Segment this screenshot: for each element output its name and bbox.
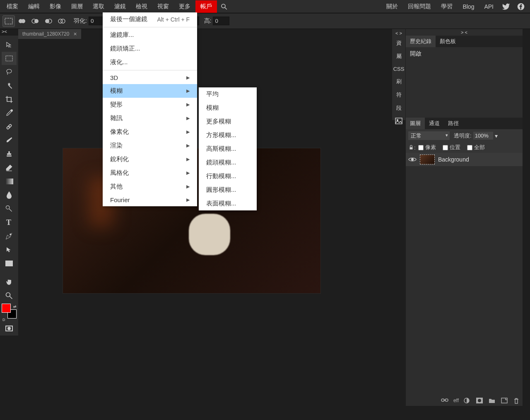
color-swatch[interactable]: ⇄ D xyxy=(2,304,17,322)
lasso-tool-icon[interactable] xyxy=(2,65,17,79)
height-input[interactable] xyxy=(213,17,229,25)
menu-filter[interactable]: 濾鏡 xyxy=(109,0,131,13)
swap-colors-icon[interactable]: ⇄ xyxy=(13,304,17,309)
gradient-tool-icon[interactable] xyxy=(2,175,17,188)
menu-file[interactable]: 檔案 xyxy=(2,0,23,13)
blur-blur[interactable]: 模糊 xyxy=(199,101,257,115)
filter-last[interactable]: 最後一個濾鏡 Alt + Ctrl + F xyxy=(103,12,197,26)
filter-pixelate[interactable]: 像素化▶ xyxy=(103,125,197,139)
layer-row[interactable]: Background xyxy=(406,153,523,166)
blur-radial[interactable]: 圓形模糊... xyxy=(199,183,257,197)
expand-arrows-icon[interactable]: < > xyxy=(395,30,403,36)
trash-icon[interactable] xyxy=(513,398,521,404)
filter-noise[interactable]: 雜訊▶ xyxy=(103,111,197,125)
blur-average[interactable]: 平均 xyxy=(199,87,257,101)
sel-mode1-icon[interactable] xyxy=(16,15,28,27)
lock-pixels[interactable]: 像素 xyxy=(418,144,436,151)
blur-motion[interactable]: 行動模糊... xyxy=(199,169,257,183)
document-tab[interactable]: thumbnail_1280X720 × xyxy=(18,29,81,39)
rstrip-info[interactable]: 資 xyxy=(395,36,402,50)
tab-layers[interactable]: 圖層 xyxy=(406,118,425,129)
new-layer-icon[interactable] xyxy=(501,398,508,404)
blur-surface[interactable]: 表面模糊... xyxy=(199,197,257,210)
rstrip-brush[interactable]: 刷 xyxy=(395,75,402,88)
blend-mode-select[interactable]: 正常 xyxy=(408,131,450,140)
move-tool-icon[interactable]: + xyxy=(2,38,17,51)
filter-stylize[interactable]: 風格化▶ xyxy=(103,166,197,180)
history-item[interactable]: 開啟 xyxy=(409,49,519,59)
marquee-tool-icon[interactable] xyxy=(2,52,17,65)
rstrip-css[interactable]: CSS xyxy=(393,63,405,75)
mask-icon[interactable] xyxy=(476,398,484,404)
menu-account[interactable]: 帳戶 xyxy=(195,0,217,13)
filter-blur[interactable]: 模糊▶ xyxy=(103,84,197,98)
menu-api[interactable]: API xyxy=(479,1,499,12)
sel-mode4-icon[interactable] xyxy=(55,15,68,27)
opacity-input[interactable] xyxy=(473,132,493,140)
tab-paths[interactable]: 路徑 xyxy=(444,118,463,129)
blur-lens[interactable]: 鏡頭模糊... xyxy=(199,156,257,169)
adjust-icon[interactable] xyxy=(464,398,471,404)
text-tool-icon[interactable]: T xyxy=(2,216,17,229)
sel-mode2-icon[interactable] xyxy=(29,15,41,27)
sel-rect-icon[interactable] xyxy=(2,15,15,27)
heal-tool-icon[interactable] xyxy=(2,120,17,133)
menu-edit[interactable]: 編輯 xyxy=(23,0,45,13)
layer-thumbnail[interactable] xyxy=(420,154,435,164)
filter-lens[interactable]: 鏡頭矯正... xyxy=(103,42,197,56)
blur-gaussian[interactable]: 高斯模糊... xyxy=(199,142,257,156)
layer-name[interactable]: Background xyxy=(438,156,469,163)
shape-tool-icon[interactable] xyxy=(2,257,17,270)
crop-tool-icon[interactable] xyxy=(2,93,17,106)
foreground-color-swatch[interactable] xyxy=(2,304,11,313)
eff-label[interactable]: eff xyxy=(453,398,459,404)
tab-swatches[interactable]: 顏色板 xyxy=(436,36,460,47)
menu-image[interactable]: 影像 xyxy=(45,0,66,13)
lock-all[interactable]: 全部 xyxy=(467,144,485,151)
panel-collapse-icon[interactable]: > < xyxy=(406,29,523,36)
folder-icon[interactable] xyxy=(489,398,496,404)
menu-more[interactable]: 更多 xyxy=(174,0,195,13)
dodge-tool-icon[interactable] xyxy=(2,202,17,215)
filter-render[interactable]: 渲染▶ xyxy=(103,139,197,152)
brush-tool-icon[interactable] xyxy=(2,134,17,147)
filter-distort[interactable]: 變形▶ xyxy=(103,98,197,111)
link-icon[interactable] xyxy=(441,398,448,404)
filter-sharpen[interactable]: 銳利化▶ xyxy=(103,152,197,166)
collapse-arrows[interactable]: >< xyxy=(2,29,7,34)
stamp-tool-icon[interactable] xyxy=(2,147,17,161)
sel-mode3-icon[interactable] xyxy=(42,15,55,27)
tab-channels[interactable]: 通道 xyxy=(425,118,444,129)
search-icon[interactable] xyxy=(217,1,231,12)
menu-learn[interactable]: 學習 xyxy=(436,0,458,13)
rstrip-image-icon[interactable] xyxy=(394,115,403,127)
eraser-tool-icon[interactable] xyxy=(2,161,17,174)
filter-gallery[interactable]: 濾鏡庫... xyxy=(103,28,197,42)
menu-select[interactable]: 選取 xyxy=(88,0,109,13)
filter-liquify[interactable]: 液化... xyxy=(103,56,197,69)
facebook-icon[interactable] xyxy=(513,1,528,12)
filter-3d[interactable]: 3D▶ xyxy=(103,71,197,84)
lock-position[interactable]: 位置 xyxy=(443,144,460,151)
filter-other[interactable]: 其他▶ xyxy=(103,180,197,193)
menu-layer[interactable]: 圖層 xyxy=(66,0,88,13)
hand-tool-icon[interactable] xyxy=(2,275,17,289)
zoom-tool-icon[interactable] xyxy=(2,289,17,302)
menu-view[interactable]: 檢視 xyxy=(131,0,152,13)
menu-about[interactable]: 關於 xyxy=(381,0,403,13)
rstrip-para[interactable]: 段 xyxy=(395,101,402,115)
filter-fourier[interactable]: Fourier▶ xyxy=(103,193,197,206)
visibility-icon[interactable] xyxy=(408,156,417,163)
tab-close-icon[interactable]: × xyxy=(73,31,77,37)
default-colors-icon[interactable]: D xyxy=(2,318,5,322)
menu-report[interactable]: 回報問題 xyxy=(403,0,436,13)
menu-blog[interactable]: Blog xyxy=(458,1,479,12)
quickmask-icon[interactable] xyxy=(2,322,17,335)
rstrip-glyph[interactable]: 符 xyxy=(395,88,402,101)
blur-box[interactable]: 方形模糊... xyxy=(199,128,257,142)
blur-tool-icon[interactable] xyxy=(2,188,17,202)
tab-history[interactable]: 歷史紀錄 xyxy=(406,36,436,47)
blur-more[interactable]: 更多模糊 xyxy=(199,115,257,128)
pen-tool-icon[interactable] xyxy=(2,229,17,243)
path-select-tool-icon[interactable] xyxy=(2,243,17,256)
